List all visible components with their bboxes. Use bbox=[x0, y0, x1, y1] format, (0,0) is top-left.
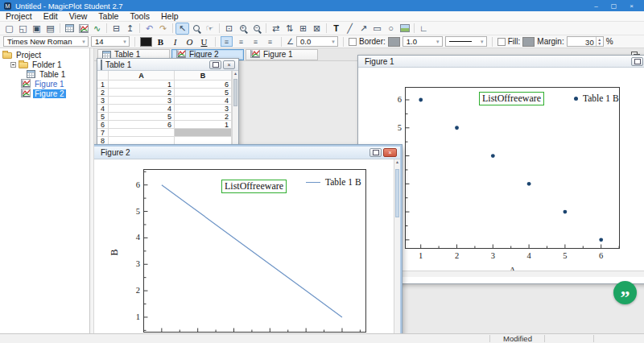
table-cell[interactable]: 3 bbox=[109, 97, 175, 105]
restore-window-button[interactable] bbox=[631, 57, 643, 66]
table-cell[interactable]: 2 bbox=[175, 113, 232, 121]
tree-item-table-1[interactable]: Table 1 bbox=[0, 69, 89, 79]
arrow-tool-icon[interactable]: ↗ bbox=[357, 23, 370, 35]
table-cell[interactable]: 4 bbox=[109, 105, 175, 113]
menu-item-tools[interactable]: Tools bbox=[124, 11, 155, 21]
table-cell[interactable] bbox=[109, 137, 175, 145]
menu-item-project[interactable]: Project bbox=[0, 11, 38, 21]
fill-checkbox[interactable] bbox=[497, 38, 506, 46]
margin-stepper[interactable]: 30 ▲▼ bbox=[567, 36, 604, 47]
scrollbar-thumb[interactable] bbox=[395, 169, 399, 217]
zoom-out-icon[interactable]: − bbox=[250, 23, 263, 35]
table-cell[interactable]: 2 bbox=[109, 89, 175, 97]
scale-y-icon[interactable]: ⇅ bbox=[283, 23, 296, 35]
maximize-button[interactable]: ▢ bbox=[611, 2, 617, 10]
table-cell[interactable] bbox=[175, 129, 232, 137]
export-image-icon[interactable]: ↥ bbox=[123, 23, 137, 35]
tab-figure-1[interactable]: Figure 1 bbox=[246, 49, 318, 60]
figure2-vertical-scrollbar[interactable]: ▲ bbox=[394, 159, 400, 333]
zoom-in-icon[interactable]: + bbox=[236, 23, 250, 35]
menu-item-help[interactable]: Help bbox=[155, 11, 184, 21]
table-cell[interactable]: 1 bbox=[109, 81, 175, 89]
table-vertical-scrollbar[interactable]: ▲ bbox=[232, 71, 238, 152]
border-checkbox[interactable] bbox=[349, 38, 357, 46]
menu-item-table[interactable]: Table bbox=[93, 11, 124, 21]
fit-range-icon[interactable]: ⊡ bbox=[222, 23, 236, 35]
scale-reset-icon[interactable]: ⊠ bbox=[310, 23, 324, 35]
figure2-window-titlebar[interactable]: Figure 2 × bbox=[94, 147, 400, 159]
align-left-button[interactable]: ≡ bbox=[221, 36, 233, 47]
table-cell[interactable] bbox=[109, 129, 175, 137]
border-width-combo[interactable]: 1.0▼ bbox=[402, 36, 443, 47]
collapse-expander[interactable] bbox=[10, 62, 16, 68]
hangouts-icon[interactable]: ” bbox=[613, 281, 637, 304]
tree-item-figure-1[interactable]: Figure 1 bbox=[0, 79, 89, 89]
table-cell[interactable]: 6 bbox=[175, 81, 232, 89]
close-window-button[interactable]: × bbox=[223, 60, 235, 69]
axes-tool-icon[interactable]: ∟ bbox=[417, 23, 431, 35]
fill-color-swatch[interactable] bbox=[522, 37, 535, 47]
rect-tool-icon[interactable]: ▭ bbox=[370, 23, 384, 35]
spreadsheet[interactable]: AB11622533444355266178 bbox=[97, 71, 238, 145]
scrollbar-thumb[interactable] bbox=[233, 79, 237, 106]
tree-item-folder-1[interactable]: Folder 1 bbox=[0, 60, 89, 69]
table-window-titlebar[interactable]: Table 1 × bbox=[97, 59, 238, 71]
text-tool-icon[interactable]: T bbox=[329, 23, 343, 35]
new-figure-icon[interactable] bbox=[76, 23, 90, 35]
redo-icon[interactable]: ↷ bbox=[156, 23, 170, 35]
menu-item-view[interactable]: View bbox=[64, 11, 93, 21]
open-project-icon[interactable]: ◱ bbox=[16, 23, 30, 35]
align-justify-button[interactable]: ≡ bbox=[264, 36, 276, 47]
undo-icon[interactable]: ↶ bbox=[142, 23, 156, 35]
figure1-window-titlebar[interactable]: Figure 1 bbox=[358, 56, 644, 68]
restore-window-button[interactable] bbox=[209, 60, 221, 69]
align-right-button[interactable]: ≡ bbox=[250, 36, 262, 47]
tree-item-figure-2[interactable]: Figure 2 bbox=[0, 89, 89, 98]
close-window-button[interactable]: × bbox=[383, 148, 397, 157]
zoom-region-tool-icon[interactable] bbox=[189, 23, 203, 35]
font-size-combo[interactable]: 14▼ bbox=[91, 36, 130, 47]
font-family-combo[interactable]: Times New Roman▼ bbox=[3, 36, 89, 47]
table-window[interactable]: Table 1 × AB11622533444355266178 ▲ bbox=[97, 58, 239, 153]
new-fit-plot-icon[interactable]: ∿ bbox=[90, 23, 104, 35]
title-bar[interactable]: M Untitled - MagicPlot Student 2.7 – ▢ × bbox=[0, 0, 644, 11]
figure2-window[interactable]: Figure 2 × ListOffreeware Table 1 B B 12… bbox=[94, 145, 402, 333]
ellipse-tool-icon[interactable]: ○ bbox=[384, 23, 398, 35]
angle-combo[interactable]: 0.0▼ bbox=[296, 36, 338, 47]
border-color-swatch[interactable] bbox=[388, 37, 400, 47]
tree-item-project[interactable]: Project bbox=[0, 50, 89, 60]
hand-tool-icon[interactable]: ☞ bbox=[203, 23, 217, 35]
select-tool-icon[interactable]: ↖ bbox=[175, 23, 189, 35]
scale-x-icon[interactable]: ⇄ bbox=[269, 23, 283, 35]
table-cell[interactable]: 4 bbox=[175, 97, 232, 105]
table-cell[interactable] bbox=[175, 137, 232, 145]
minimize-button[interactable]: – bbox=[594, 2, 597, 10]
new-table-icon[interactable] bbox=[63, 23, 76, 35]
table-cell[interactable]: 5 bbox=[175, 89, 232, 97]
text-color-swatch[interactable] bbox=[140, 37, 152, 47]
image-tool-icon[interactable] bbox=[398, 23, 411, 35]
paste-icon[interactable]: ▤ bbox=[43, 23, 57, 35]
tree-item-label: Folder 1 bbox=[31, 60, 64, 69]
scale-both-icon[interactable]: ⊞ bbox=[296, 23, 310, 35]
restore-window-button[interactable] bbox=[369, 148, 382, 157]
underline-button[interactable]: U bbox=[198, 36, 210, 47]
table-cell[interactable]: 1 bbox=[175, 121, 232, 129]
table-cell[interactable]: 5 bbox=[109, 113, 175, 121]
print-icon[interactable]: ⊟ bbox=[109, 23, 123, 35]
italic-button[interactable]: I bbox=[169, 36, 181, 47]
line-tool-icon[interactable]: ╱ bbox=[343, 23, 357, 35]
table-cell[interactable]: 3 bbox=[175, 105, 232, 113]
close-button[interactable]: × bbox=[630, 2, 634, 10]
bold-button[interactable]: B bbox=[155, 36, 167, 47]
align-center-button[interactable]: ≡ bbox=[235, 36, 247, 47]
save-project-icon[interactable]: ▣ bbox=[30, 23, 43, 35]
new-project-icon[interactable]: ▢ bbox=[2, 23, 16, 35]
figure1-plot-area[interactable]: ListOffreeware Table 1 B A 123456654321 bbox=[405, 87, 620, 249]
oblique-button[interactable]: O bbox=[184, 36, 196, 47]
figure2-plot-area[interactable]: ListOffreeware Table 1 B B 123456654321 bbox=[143, 169, 366, 333]
menu-item-edit[interactable]: Edit bbox=[38, 11, 64, 21]
table-cell[interactable]: 6 bbox=[109, 121, 175, 129]
stepper-arrows-icon[interactable]: ▲▼ bbox=[596, 37, 603, 46]
line-style-combo[interactable]: ▼ bbox=[445, 36, 487, 47]
